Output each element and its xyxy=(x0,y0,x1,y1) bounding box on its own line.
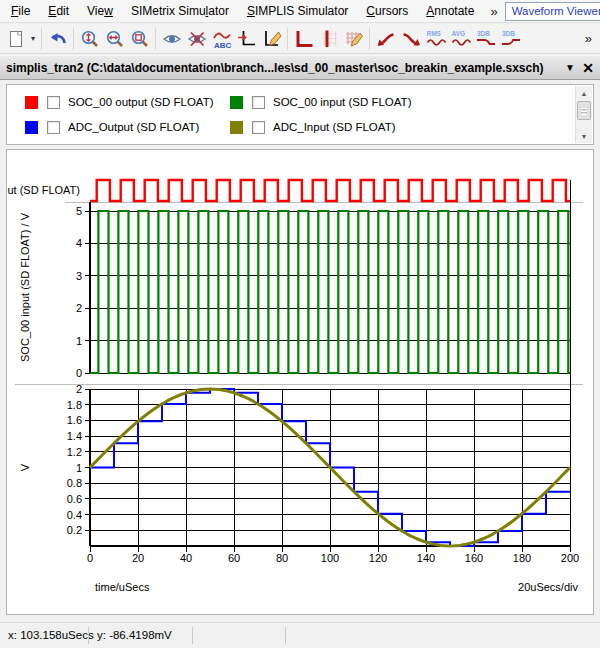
window-menu-button[interactable]: ▼ xyxy=(561,59,579,77)
svg-text:2: 2 xyxy=(76,383,82,395)
upper-y-axis-label: SOC_00 input (SD FLOAT) / V xyxy=(19,212,31,362)
legend-checkbox-3[interactable] xyxy=(252,121,265,134)
curve-soc-00-input[interactable] xyxy=(90,211,570,373)
show-curve-button[interactable] xyxy=(159,26,184,52)
status-separator xyxy=(88,627,89,644)
new-document-button[interactable] xyxy=(3,26,28,52)
legend-item: ADC_Input (SD FLOAT) xyxy=(230,118,570,136)
menu-cursors[interactable]: Cursors xyxy=(357,1,417,21)
svg-text:1.6: 1.6 xyxy=(67,414,82,426)
svg-text:0.6: 0.6 xyxy=(67,493,82,505)
svg-text:3DB: 3DB xyxy=(502,30,515,37)
svg-text:80: 80 xyxy=(276,552,288,564)
svg-text:1: 1 xyxy=(76,335,82,347)
legend-grid: SOC_00 output (SD FLOAT)SOC_00 input (SD… xyxy=(25,93,570,136)
curve-arrow-up-button[interactable] xyxy=(373,26,398,52)
hide-curve-button[interactable] xyxy=(184,26,209,52)
svg-text:1.4: 1.4 xyxy=(67,430,82,442)
db3-highpass-button[interactable]: 3DB xyxy=(498,26,523,52)
svg-text:60: 60 xyxy=(228,552,240,564)
undo-icon xyxy=(48,29,68,49)
x-scale-label: 20uSecs/div xyxy=(518,581,578,593)
svg-text:AVG: AVG xyxy=(451,30,465,37)
status-separator xyxy=(192,627,193,644)
scrollbar-thumb[interactable] xyxy=(577,101,591,120)
toolbar: ▾ABCRMSAVG3DB3DB » xyxy=(0,24,600,54)
add-vertical-marker-button[interactable] xyxy=(316,26,341,52)
svg-text:40: 40 xyxy=(180,552,192,564)
add-graph-icon xyxy=(294,29,314,49)
edit-grid-button[interactable] xyxy=(341,26,366,52)
add-graph-button[interactable] xyxy=(291,26,316,52)
status-separator xyxy=(285,627,286,644)
curve-arrow-down-icon xyxy=(401,29,421,49)
new-document-dropdown-caret[interactable]: ▾ xyxy=(28,34,38,43)
zoom-fit-y-button[interactable] xyxy=(77,26,102,52)
menu-items: FileEditViewSIMetrix SimulatorSIMPLIS Si… xyxy=(2,1,483,21)
svg-text:1.8: 1.8 xyxy=(67,399,82,411)
zoom-fit-x-button[interactable] xyxy=(102,26,127,52)
svg-text:3: 3 xyxy=(76,270,82,282)
curve-label-icon: ABC xyxy=(212,29,232,49)
menu-annotate[interactable]: Annotate xyxy=(417,1,483,21)
toolbar-overflow-button[interactable]: » xyxy=(577,31,600,46)
curve-label-button[interactable]: ABC xyxy=(209,26,234,52)
svg-text:2: 2 xyxy=(76,302,82,314)
legend-item: ADC_Output (SD FLOAT) xyxy=(25,118,230,136)
document-title: simplis_tran2 (C:\data\documentation\bra… xyxy=(6,61,561,75)
legend-scrollbar[interactable]: ▲ ▼ xyxy=(575,86,592,143)
curve-soc-00-output[interactable] xyxy=(90,180,570,201)
zoom-fit-y-icon xyxy=(80,29,100,49)
graph-area[interactable]: 0123450204060801001201401601802000.20.40… xyxy=(6,149,594,615)
scrollbar-track[interactable] xyxy=(576,121,592,129)
waveform-plot[interactable]: 0123450204060801001201401601802000.20.40… xyxy=(7,150,591,612)
lower-y-axis-label: V xyxy=(19,463,31,471)
avg-button[interactable]: AVG xyxy=(448,26,473,52)
menu-file[interactable]: File xyxy=(2,1,39,21)
edit-axes-icon xyxy=(262,29,282,49)
legend-color-swatch xyxy=(230,96,243,109)
menu-view[interactable]: View xyxy=(78,1,122,21)
rms-button[interactable]: RMS xyxy=(423,26,448,52)
cursor-x-readout: x: 103.158uSecs xyxy=(8,629,94,641)
edit-axes-button[interactable] xyxy=(259,26,284,52)
legend-checkbox-0[interactable] xyxy=(47,96,60,109)
toolbar-separator xyxy=(73,28,74,50)
viewer-select[interactable]: Waveform Viewer ▼ xyxy=(505,2,600,21)
scrollbar-grip-icon xyxy=(581,108,587,115)
scrollbar-down-button[interactable]: ▼ xyxy=(576,129,592,143)
menu-edit[interactable]: Edit xyxy=(39,1,78,21)
close-button[interactable]: ✕ xyxy=(579,59,597,77)
legend-checkbox-2[interactable] xyxy=(47,121,60,134)
document-titlebar[interactable]: simplis_tran2 (C:\data\documentation\bra… xyxy=(0,55,600,80)
legend-item: SOC_00 output (SD FLOAT) xyxy=(25,93,230,111)
new-document-icon xyxy=(6,29,26,49)
avg-icon: AVG xyxy=(451,29,471,49)
legend-label: SOC_00 input (SD FLOAT) xyxy=(273,96,411,108)
legend-label: SOC_00 output (SD FLOAT) xyxy=(68,96,214,108)
zoom-area-button[interactable] xyxy=(127,26,152,52)
add-axis-button[interactable] xyxy=(234,26,259,52)
svg-text:0: 0 xyxy=(76,367,82,379)
svg-text:0.2: 0.2 xyxy=(67,524,82,536)
rms-icon: RMS xyxy=(426,29,446,49)
svg-text:4: 4 xyxy=(76,237,82,249)
menu-simetrix-simulator[interactable]: SIMetrix Simulator xyxy=(122,1,238,21)
toolbar-separator xyxy=(155,28,156,50)
legend-checkbox-1[interactable] xyxy=(252,96,265,109)
db3-lowpass-button[interactable]: 3DB xyxy=(473,26,498,52)
svg-text:3DB: 3DB xyxy=(477,30,490,37)
status-bar: x: 103.158uSecs y: -86.4198mV xyxy=(0,622,600,648)
menu-simplis-simulator[interactable]: SIMPLIS Simulator xyxy=(238,1,357,21)
toolbar-separator xyxy=(287,28,288,50)
undo-button[interactable] xyxy=(45,26,70,52)
menu-overflow-button[interactable]: » xyxy=(483,4,504,19)
legend-panel: SOC_00 output (SD FLOAT)SOC_00 input (SD… xyxy=(6,84,594,145)
svg-text:1: 1 xyxy=(76,462,82,474)
legend-label: ADC_Input (SD FLOAT) xyxy=(273,121,396,133)
svg-text:180: 180 xyxy=(513,552,531,564)
curve-arrow-down-button[interactable] xyxy=(398,26,423,52)
scrollbar-up-button[interactable]: ▲ xyxy=(576,86,592,100)
svg-text:0.4: 0.4 xyxy=(67,509,82,521)
legend-label: ADC_Output (SD FLOAT) xyxy=(68,121,199,133)
